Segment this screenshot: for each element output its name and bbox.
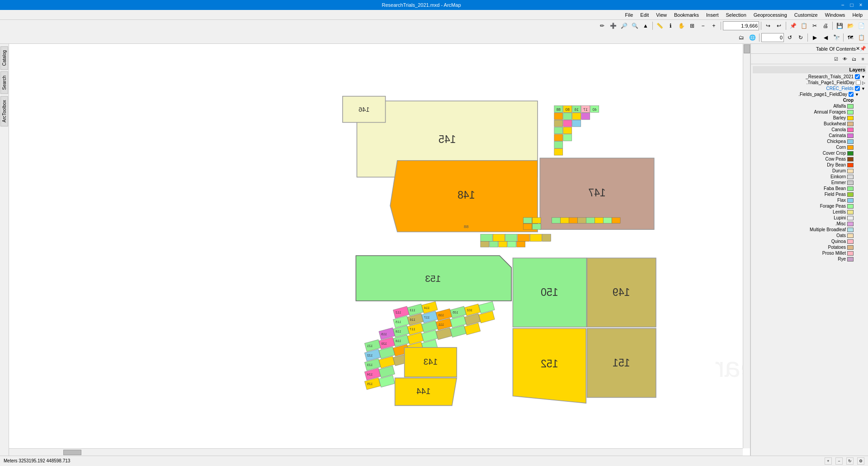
tb-zoom-extent[interactable]: ⊞ <box>687 21 697 31</box>
vscroll-bar[interactable] <box>743 44 750 448</box>
map-area[interactable]: 145 146 147 148 <box>9 44 750 456</box>
toc-list-by-source[interactable]: 🗂 <box>850 55 858 63</box>
svg-rect-128 <box>517 241 525 247</box>
menu-windows[interactable]: Windows <box>821 11 849 19</box>
tb-rotate-ccw[interactable]: ↺ <box>785 33 795 43</box>
status-refresh[interactable]: ↻ <box>846 457 854 465</box>
tb-save[interactable]: 💾 <box>835 21 844 31</box>
layer-checkbox-3[interactable] <box>855 86 860 91</box>
layer-label-3: CREC_Fields <box>826 86 854 91</box>
tb-paste[interactable]: 📌 <box>788 21 798 31</box>
tb-measure[interactable]: 📏 <box>655 21 665 31</box>
crop-header: Crop <box>753 97 866 103</box>
svg-rect-43 <box>603 218 612 223</box>
crop-color-dry-bean <box>847 163 854 167</box>
sidebar-tab-arc[interactable]: ArcToolbox <box>0 96 8 126</box>
tb-redo[interactable]: ↪ <box>763 21 773 31</box>
layer-label-1: 2021_Research_Trials_ <box>806 74 854 79</box>
tb-zoom-in[interactable]: + <box>709 21 719 31</box>
crop-color-field-peas <box>847 192 854 197</box>
rotation-input[interactable] <box>761 33 784 42</box>
crop-item-flax: Flax <box>753 197 866 203</box>
status-zoom-out[interactable]: − <box>835 457 843 465</box>
svg-rect-38 <box>561 218 569 223</box>
tb-copy[interactable]: 📋 <box>799 21 809 31</box>
crop-name-multiple-broadleaf: Multiple Broadleaf <box>810 227 846 232</box>
tb-next-extent[interactable]: ▶ <box>810 33 820 43</box>
tb-add-data[interactable]: ➕ <box>608 21 618 31</box>
layer-crec-fields[interactable]: ▼ CREC_Fields <box>753 86 866 91</box>
sidebar-tab-catalog[interactable]: Catalog <box>0 46 8 70</box>
separator-6 <box>843 33 844 42</box>
toc-list-by-selection[interactable]: ☑ <box>832 55 840 63</box>
svg-rect-15 <box>563 113 572 120</box>
layer-checkbox-1[interactable] <box>855 74 860 79</box>
layer-checkbox-4[interactable] <box>849 92 854 97</box>
scale-input[interactable] <box>723 21 759 30</box>
close-button[interactable]: × <box>857 1 864 9</box>
tb-select[interactable]: ▲ <box>641 21 651 31</box>
expand-arrow-2[interactable]: ▷ <box>862 81 865 85</box>
minimize-button[interactable]: − <box>839 1 846 9</box>
tb-undo[interactable]: ↩ <box>774 21 784 31</box>
tb-prev-extent[interactable]: ◀ <box>821 33 830 43</box>
tb-open[interactable]: 📂 <box>845 21 855 31</box>
svg-text:125: 125 <box>367 382 373 386</box>
tb-zoom-out[interactable]: − <box>698 21 708 31</box>
tb-rotate-cw[interactable]: ↻ <box>796 33 806 43</box>
svg-text:114: 114 <box>424 306 429 310</box>
svg-text:102: 102 <box>467 308 472 312</box>
menu-bookmarks[interactable]: Bookmarks <box>670 11 703 19</box>
toc-header: 📌 ✕ Table Of Contents <box>751 44 868 54</box>
crop-color-corn <box>847 145 854 150</box>
menu-geoprocessing[interactable]: Geoprocessing <box>750 11 791 19</box>
tb-data-view[interactable]: 🗺 <box>845 33 855 43</box>
window-controls: − □ × <box>839 1 864 9</box>
tb-layout-view[interactable]: 📋 <box>856 33 866 43</box>
crop-item-barley: Barley <box>753 115 866 121</box>
toc-list-by-drawing-order[interactable]: ≡ <box>859 55 867 63</box>
crop-item-corn: Corn <box>753 144 866 150</box>
layer-trials-page1[interactable]: ▷ Trials_Page1_FieldDay. <box>753 80 866 86</box>
menu-selection[interactable]: Selection <box>722 11 750 19</box>
tb-zoom-full[interactable]: 🔭 <box>831 33 841 43</box>
menu-help[interactable]: Help <box>849 11 866 19</box>
menu-file[interactable]: File <box>622 11 637 19</box>
maximize-button[interactable]: □ <box>848 1 855 9</box>
status-settings[interactable]: ⚙ <box>857 457 864 465</box>
toolbar-row-2: 📋 🗺 🔭 ◀ ▶ ↻ ↺ 🌐 🗂 <box>0 32 868 43</box>
layer-fields-page1[interactable]: ▼ Fields_page1_FieldDay. <box>753 91 866 97</box>
tb-editor[interactable]: ✏ <box>597 21 607 31</box>
layer-research-trials[interactable]: ▼ 2021_Research_Trials_ <box>753 74 866 80</box>
tb-globe[interactable]: 🌐 <box>747 33 757 43</box>
toc-list-by-visibility[interactable]: 👁 <box>841 55 849 63</box>
menu-edit[interactable]: Edit <box>637 11 652 19</box>
menu-customize[interactable]: Customize <box>791 11 821 19</box>
crop-name-proso-millet: Proso Millet <box>822 251 846 256</box>
toc-close-icon[interactable]: ✕ <box>856 46 860 52</box>
expand-arrow-1[interactable]: ▼ <box>861 75 865 79</box>
menu-insert[interactable]: Insert <box>703 11 722 19</box>
crop-name-faba-bean: Faba Bean <box>824 186 846 191</box>
expand-arrow-3[interactable]: ▼ <box>861 86 865 91</box>
tb-print[interactable]: 🖨 <box>821 21 830 31</box>
tb-identify[interactable]: ℹ <box>665 21 675 31</box>
menu-view[interactable]: View <box>652 11 670 19</box>
crop-name-alfalfa: Alfalfa <box>833 104 846 109</box>
crop-name-field-peas: Field Peas <box>825 192 846 197</box>
hscroll-bar[interactable] <box>9 448 743 456</box>
status-zoom-in[interactable]: + <box>825 457 832 465</box>
tb-cut[interactable]: ✂ <box>810 21 820 31</box>
svg-rect-126 <box>499 241 507 247</box>
tb-pan[interactable]: ✋ <box>676 21 686 31</box>
map-view[interactable]: 145 146 147 148 <box>9 44 743 448</box>
layer-checkbox-2[interactable] <box>856 80 861 85</box>
sidebar-tab-search[interactable]: Search <box>0 71 8 94</box>
toc-pin-icon[interactable]: 📌 <box>860 46 866 52</box>
tb-new[interactable]: 📄 <box>856 21 866 31</box>
tb-search[interactable]: 🔎 <box>619 21 629 31</box>
tb-find[interactable]: 🔍 <box>630 21 640 31</box>
expand-arrow-4[interactable]: ▼ <box>855 92 859 97</box>
tb-layer[interactable]: 🗂 <box>736 33 746 43</box>
toc-content[interactable]: Layers ▼ 2021_Research_Trials_ ▷ Trials_… <box>751 64 868 456</box>
